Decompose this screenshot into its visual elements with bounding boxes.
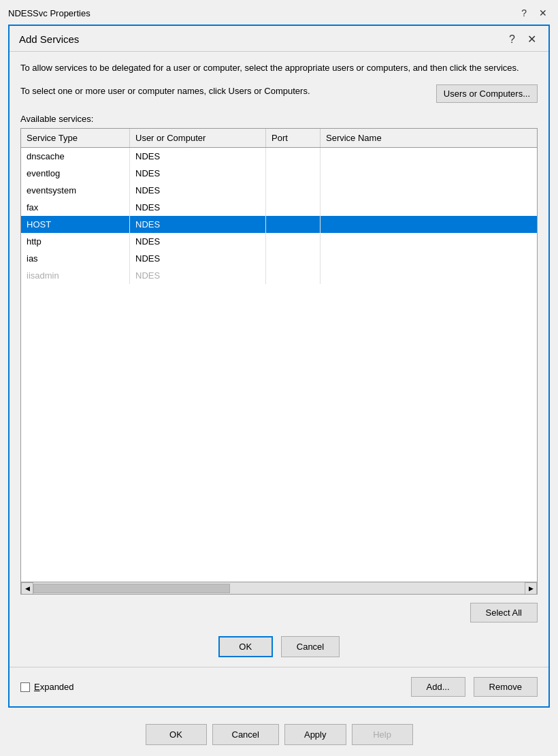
- available-label: Available services:: [20, 114, 538, 124]
- cell-service-type: ias: [21, 250, 130, 267]
- outer-title-controls: ? ✕: [519, 7, 550, 18]
- table-row[interactable]: ias NDES: [21, 250, 537, 267]
- expanded-checkbox-area: Expanded: [20, 682, 403, 692]
- sub-dialog-titlebar: Add Services ? ✕: [10, 26, 548, 52]
- col-service-name[interactable]: Service Name: [321, 129, 537, 147]
- outer-window-title: NDESSvc Properties: [8, 8, 91, 18]
- table-row[interactable]: dnscache NDES: [21, 148, 537, 165]
- cancel-button[interactable]: Cancel: [281, 636, 340, 657]
- scroll-thumb[interactable]: [33, 584, 230, 593]
- cell-service-name: [321, 216, 537, 233]
- outer-window: NDESSvc Properties ? ✕ Add Services ? ✕ …: [0, 0, 558, 756]
- cell-user-computer: NDES: [130, 267, 266, 284]
- main-apply-button[interactable]: Apply: [284, 724, 346, 745]
- cell-user-computer: NDES: [130, 148, 266, 165]
- cell-user-computer: NDES: [130, 182, 266, 199]
- select-all-row: Select All: [20, 603, 538, 623]
- sub-dialog-help-button[interactable]: ?: [506, 33, 518, 46]
- outer-help-button[interactable]: ?: [519, 7, 529, 18]
- cell-service-type: fax: [21, 199, 130, 216]
- col-port[interactable]: Port: [266, 129, 321, 147]
- sub-dialog-close-button[interactable]: ✕: [525, 33, 539, 46]
- sub-dialog-controls: ? ✕: [506, 33, 539, 46]
- users-row: To select one or more user or computer n…: [20, 84, 538, 103]
- description-text: To allow services to be delegated for a …: [20, 61, 538, 75]
- sub-dialog-content: To allow services to be delegated for a …: [10, 52, 548, 667]
- cell-service-name: [321, 182, 537, 199]
- cell-port: [266, 216, 321, 233]
- scroll-right-button[interactable]: ▶: [525, 582, 537, 595]
- cell-service-name: [321, 199, 537, 216]
- table-row[interactable]: eventlog NDES: [21, 165, 537, 182]
- cell-service-type: eventlog: [21, 165, 130, 182]
- main-help-button[interactable]: Help: [352, 724, 413, 745]
- outer-close-button[interactable]: ✕: [536, 7, 550, 18]
- cell-user-computer: NDES: [130, 165, 266, 182]
- cell-user-computer: NDES: [130, 233, 266, 250]
- cell-service-type: dnscache: [21, 148, 130, 165]
- cell-port: [266, 165, 321, 182]
- cell-service-type: iisadmin: [21, 267, 130, 284]
- scroll-track[interactable]: [33, 582, 525, 595]
- table-body: dnscache NDES eventlog NDES eventsystem …: [21, 148, 537, 582]
- ok-cancel-row: OK Cancel: [20, 636, 538, 657]
- cell-service-name: [321, 250, 537, 267]
- outer-bottom-bar: Expanded Add... Remove: [10, 667, 548, 706]
- sub-dialog-title: Add Services: [19, 33, 79, 45]
- cell-user-computer: NDES: [130, 250, 266, 267]
- cell-user-computer: NDES: [130, 216, 266, 233]
- table-row[interactable]: http NDES: [21, 233, 537, 250]
- cell-port: [266, 199, 321, 216]
- cell-service-type: eventsystem: [21, 182, 130, 199]
- cell-service-name: [321, 267, 537, 284]
- table-row[interactable]: fax NDES: [21, 199, 537, 216]
- ok-button[interactable]: OK: [218, 636, 273, 657]
- cell-port: [266, 148, 321, 165]
- cell-service-type: http: [21, 233, 130, 250]
- cell-service-name: [321, 165, 537, 182]
- users-or-computers-button[interactable]: Users or Computers...: [436, 84, 538, 103]
- cell-port: [266, 250, 321, 267]
- table-row-selected[interactable]: HOST NDES: [21, 216, 537, 233]
- col-service-type[interactable]: Service Type: [21, 129, 130, 147]
- cell-user-computer: NDES: [130, 199, 266, 216]
- cell-port: [266, 182, 321, 199]
- select-all-button[interactable]: Select All: [470, 603, 538, 623]
- remove-button[interactable]: Remove: [474, 677, 538, 697]
- horizontal-scrollbar[interactable]: ◀ ▶: [21, 582, 537, 594]
- col-user-computer[interactable]: User or Computer: [130, 129, 266, 147]
- cell-port: [266, 267, 321, 284]
- main-ok-button[interactable]: OK: [146, 724, 207, 745]
- cell-service-type: HOST: [21, 216, 130, 233]
- cell-service-name: [321, 148, 537, 165]
- table-header: Service Type User or Computer Port Servi…: [21, 129, 537, 148]
- inner-dialog: Add Services ? ✕ To allow services to be…: [8, 25, 550, 708]
- cell-port: [266, 233, 321, 250]
- table-row[interactable]: iisadmin NDES: [21, 267, 537, 284]
- add-button[interactable]: Add...: [411, 677, 465, 697]
- outer-title-bar: NDESSvc Properties ? ✕: [0, 0, 558, 25]
- main-cancel-button[interactable]: Cancel: [212, 724, 279, 745]
- cell-service-name: [321, 233, 537, 250]
- bottom-buttons-row: OK Cancel Apply Help: [0, 716, 558, 756]
- scroll-left-button[interactable]: ◀: [21, 582, 33, 595]
- table-row[interactable]: eventsystem NDES: [21, 182, 537, 199]
- expanded-label[interactable]: Expanded: [34, 682, 74, 692]
- expanded-checkbox[interactable]: [20, 682, 30, 692]
- users-prompt-text: To select one or more user or computer n…: [20, 84, 427, 98]
- services-table: Service Type User or Computer Port Servi…: [20, 128, 538, 595]
